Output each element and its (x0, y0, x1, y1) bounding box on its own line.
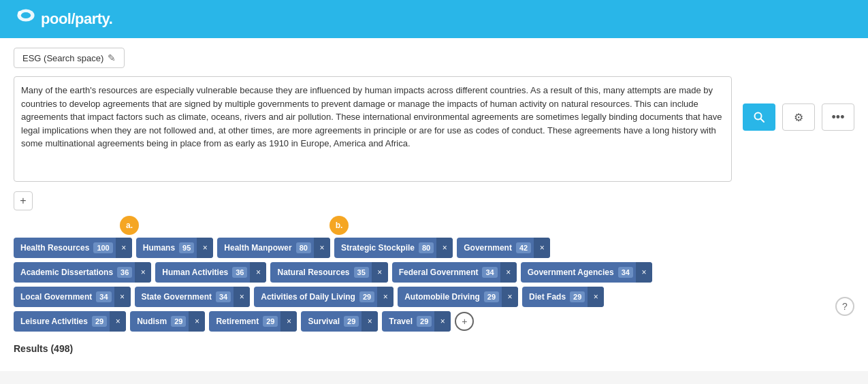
tag-label: Strategic Stockpile (341, 243, 415, 253)
annotation-a: a. (120, 216, 139, 235)
tag-item: Survival29× (301, 311, 378, 332)
svg-line-4 (760, 118, 764, 122)
tag-item: Activities of Daily Living29× (254, 287, 393, 307)
tag-close-button[interactable]: × (636, 262, 652, 283)
tag-item: Federal Government34× (392, 262, 517, 283)
tag-label: Federal Government (399, 268, 479, 277)
search-space-text: ESG (Search space) (22, 53, 103, 63)
tag-close-button[interactable]: × (114, 287, 131, 307)
tag-close-button[interactable]: × (234, 287, 250, 307)
search-space-bar: ESG (Search space) ✎ (14, 48, 854, 68)
search-space-label[interactable]: ESG (Search space) ✎ (14, 48, 125, 68)
tag-close-button[interactable]: × (588, 287, 604, 307)
main-content: ESG (Search space) ✎ Many of the earth's… (0, 38, 868, 371)
tag-item: Travel29× (382, 311, 451, 332)
tags-container: Health Resources100×Humans95×Health Manp… (14, 238, 854, 332)
tag-close-button[interactable]: × (314, 238, 330, 258)
tag-count: 36 (117, 267, 132, 278)
tag-count: 34 (216, 291, 231, 302)
tag-close-button[interactable]: × (197, 238, 213, 258)
tag-close-button[interactable]: × (361, 311, 378, 332)
main-textarea[interactable]: Many of the earth's resources are especi… (14, 76, 732, 182)
tag-label: Health Manpower (224, 243, 291, 253)
tag-close-button[interactable]: × (110, 311, 126, 332)
tag-item: Strategic Stockpile80× (334, 238, 453, 258)
annotation-b: b. (329, 216, 349, 235)
app-header: pool/party. (0, 0, 868, 38)
tag-count: 34 (618, 267, 633, 278)
tag-label: Humans (143, 243, 175, 253)
more-icon: ••• (832, 110, 845, 125)
tag-label: Nudism (137, 317, 167, 326)
search-button[interactable] (743, 103, 775, 131)
tag-item: Local Government34× (14, 287, 131, 307)
tag-close-button[interactable]: × (436, 238, 453, 258)
tag-close-button[interactable]: × (500, 262, 517, 283)
tag-close-button[interactable]: × (250, 262, 266, 283)
tag-item: Health Resources100× (14, 238, 132, 258)
tag-label: Local Government (20, 292, 92, 302)
results-count: Results (498) (14, 343, 73, 354)
tag-count: 80 (296, 242, 311, 253)
add-button[interactable]: + (14, 191, 33, 210)
tag-label: Natural Resources (277, 268, 349, 277)
tag-close-button[interactable]: × (372, 262, 388, 283)
tag-label: Activities of Daily Living (261, 292, 355, 302)
tag-label: State Government (142, 292, 212, 302)
tag-count: 36 (232, 267, 247, 278)
more-tags-button[interactable]: + (455, 312, 474, 331)
tags-row-3: Leisure Activities29×Nudism29×Retirement… (14, 311, 854, 332)
tag-item: Retirement29× (209, 311, 297, 332)
tags-section: + a. b. Health Resources100×Humans95×Hea… (14, 185, 854, 362)
tag-count: 29 (359, 291, 374, 302)
tag-count: 35 (354, 267, 369, 278)
settings-button[interactable]: ⚙ (782, 103, 815, 131)
tag-count: 34 (482, 267, 497, 278)
tag-close-button[interactable]: × (434, 311, 451, 332)
tag-item: Nudism29× (130, 311, 205, 332)
tag-item: Humans95× (136, 238, 214, 258)
tags-row-1: Academic Dissertations36×Human Activitie… (14, 262, 854, 283)
tag-label: Government Agencies (528, 268, 614, 277)
tag-count: 34 (96, 291, 111, 302)
gear-icon: ⚙ (794, 111, 803, 124)
tag-label: Health Resources (20, 243, 89, 253)
content-area: Many of the earth's resources are especi… (14, 76, 854, 185)
tag-close-button[interactable]: × (377, 287, 393, 307)
tag-count: 29 (344, 316, 359, 327)
tag-close-button[interactable]: × (135, 262, 151, 283)
tags-row-0: Health Resources100×Humans95×Health Manp… (14, 238, 854, 258)
tag-label: Leisure Activities (20, 317, 88, 326)
tag-item: Government Agencies34× (521, 262, 652, 283)
tag-item: Leisure Activities29× (14, 311, 126, 332)
more-button[interactable]: ••• (822, 103, 854, 131)
help-button[interactable]: ? (835, 297, 854, 316)
tag-item: Natural Resources35× (270, 262, 387, 283)
text-area-container: Many of the earth's resources are especi… (14, 76, 732, 185)
results-section: Results (498) (14, 336, 854, 362)
add-section: + (14, 191, 854, 210)
logo: pool/party. (14, 7, 112, 31)
tag-label: Survival (308, 317, 340, 326)
svg-point-2 (18, 11, 21, 14)
tag-item: Diet Fads29× (522, 287, 604, 307)
tag-item: State Government34× (135, 287, 251, 307)
tag-label: Government (464, 243, 512, 253)
tag-count: 42 (516, 242, 531, 253)
actions-panel: ⚙ ••• (743, 76, 854, 131)
tag-close-button[interactable]: × (116, 238, 132, 258)
tag-count: 95 (179, 242, 194, 253)
tag-count: 29 (171, 316, 186, 327)
tag-label: Human Activities (162, 268, 228, 277)
tag-close-button[interactable]: × (502, 287, 518, 307)
tag-count: 29 (484, 291, 499, 302)
tag-close-button[interactable]: × (189, 311, 205, 332)
tag-label: Diet Fads (529, 292, 566, 302)
tag-close-button[interactable]: × (534, 238, 550, 258)
tag-count: 29 (570, 291, 585, 302)
tag-close-button[interactable]: × (280, 311, 297, 332)
tag-label: Retirement (216, 317, 259, 326)
tag-count: 29 (417, 316, 432, 327)
tag-label: Academic Dissertations (20, 268, 113, 277)
edit-icon[interactable]: ✎ (108, 52, 116, 63)
